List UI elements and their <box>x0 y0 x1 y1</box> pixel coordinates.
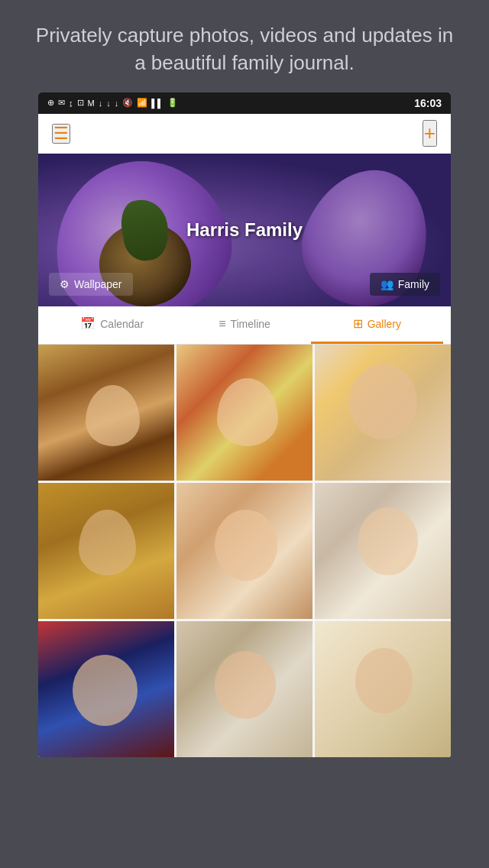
gallery-photo-1[interactable] <box>38 345 174 481</box>
people-icon: 👥 <box>381 278 393 290</box>
status-icon-wifi: 📶 <box>137 98 147 108</box>
app-tagline: Privately capture photos, videos and upd… <box>0 0 489 92</box>
status-time: 16:03 <box>414 97 442 109</box>
status-icon-add: ⊕ <box>47 98 54 108</box>
status-icon-email: ✉ <box>58 98 65 108</box>
gallery-photo-5[interactable] <box>176 483 313 619</box>
family-button[interactable]: 👥 Family <box>370 273 440 296</box>
phone-frame: ⊕ ✉ ↨ ⊡ M ↓ ↓ ↓ 🔇 📶 ▌▌ 🔋 16:03 ☰ + Harri… <box>38 92 451 757</box>
tab-gallery-label: Gallery <box>368 318 401 330</box>
photo-6-img <box>315 483 451 619</box>
wallpaper-button[interactable]: ⚙ Wallpaper <box>49 273 133 296</box>
app-header: ☰ + <box>38 114 451 154</box>
status-icon-signal: ▌▌ <box>151 99 164 108</box>
gallery-photo-2[interactable] <box>176 345 313 481</box>
gallery-photo-8[interactable] <box>176 621 313 757</box>
family-label: Family <box>398 278 429 290</box>
gallery-icon: ⊞ <box>353 316 363 331</box>
add-button[interactable]: + <box>423 120 437 147</box>
status-icon-gmail: M <box>88 99 95 108</box>
tab-bar: 📅 Calendar ≡ Timeline ⊞ Gallery <box>38 306 451 345</box>
status-icons: ⊕ ✉ ↨ ⊡ M ↓ ↓ ↓ 🔇 📶 ▌▌ 🔋 <box>47 98 178 108</box>
gallery-photo-9[interactable] <box>315 621 451 757</box>
gallery-photo-4[interactable] <box>38 483 174 619</box>
photo-1-img <box>38 345 174 481</box>
tab-calendar[interactable]: 📅 Calendar <box>46 306 178 344</box>
gallery-photo-7[interactable] <box>38 621 174 757</box>
status-icon-battery: 🔋 <box>167 98 178 108</box>
status-icon-dl3: ↓ <box>115 99 119 108</box>
wallpaper-label: Wallpaper <box>74 278 122 290</box>
status-icon-dl1: ↓ <box>99 99 103 108</box>
hero-section: Harris Family ⚙ Wallpaper 👥 Family <box>38 154 451 306</box>
photo-4-img <box>38 483 174 619</box>
tab-gallery[interactable]: ⊞ Gallery <box>311 306 443 344</box>
menu-button[interactable]: ☰ <box>52 124 70 144</box>
tab-calendar-label: Calendar <box>100 318 144 330</box>
photo-gallery <box>38 345 451 757</box>
gallery-photo-6[interactable] <box>315 483 451 619</box>
photo-3-img <box>315 345 451 481</box>
calendar-icon: 📅 <box>80 316 96 331</box>
gear-icon: ⚙ <box>60 278 70 290</box>
status-icon-photo: ⊡ <box>77 98 84 108</box>
status-icon-dl2: ↓ <box>106 99 111 108</box>
status-icon-mute: 🔇 <box>122 98 133 108</box>
family-title: Harris Family <box>186 219 303 241</box>
photo-5-img <box>176 483 313 619</box>
status-bar: ⊕ ✉ ↨ ⊡ M ↓ ↓ ↓ 🔇 📶 ▌▌ 🔋 16:03 <box>38 92 451 114</box>
tab-timeline[interactable]: ≡ Timeline <box>178 306 310 344</box>
photo-9-img <box>315 621 451 757</box>
photo-2-img <box>176 345 313 481</box>
status-icon-usb: ↨ <box>69 99 73 108</box>
tab-timeline-label: Timeline <box>230 318 270 330</box>
timeline-icon: ≡ <box>219 317 225 331</box>
photo-7-img <box>38 621 174 757</box>
gallery-photo-3[interactable] <box>315 345 451 481</box>
photo-8-img <box>176 621 313 757</box>
